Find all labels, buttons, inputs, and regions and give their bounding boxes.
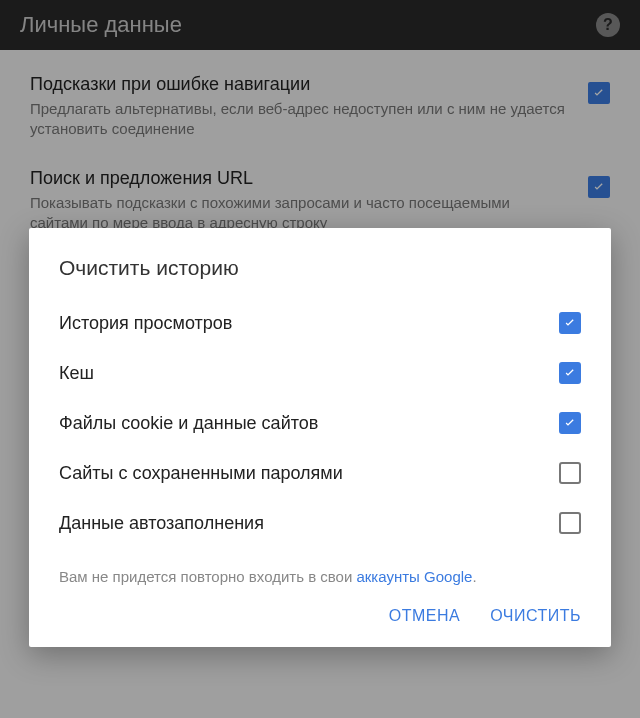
modal-overlay[interactable]: Очистить историю История просмотров Кеш … — [0, 0, 640, 718]
dialog-item-label: Файлы cookie и данные сайтов — [59, 413, 318, 434]
checkbox-unchecked-icon[interactable] — [559, 462, 581, 484]
footer-prefix: Вам не придется повторно входить в свои — [59, 568, 356, 585]
dialog-title: Очистить историю — [29, 256, 611, 298]
dialog-item-browsing-history[interactable]: История просмотров — [29, 298, 611, 348]
dialog-item-cache[interactable]: Кеш — [29, 348, 611, 398]
clear-button[interactable]: ОЧИСТИТЬ — [490, 607, 581, 625]
google-accounts-link[interactable]: аккаунты Google — [356, 568, 472, 585]
checkbox-checked-icon[interactable] — [559, 412, 581, 434]
dialog-actions: ОТМЕНА ОЧИСТИТЬ — [29, 593, 611, 635]
checkbox-unchecked-icon[interactable] — [559, 512, 581, 534]
dialog-item-label: История просмотров — [59, 313, 232, 334]
dialog-item-label: Кеш — [59, 363, 94, 384]
checkbox-checked-icon[interactable] — [559, 312, 581, 334]
dialog-footer-text: Вам не придется повторно входить в свои … — [29, 548, 611, 593]
dialog-item-label: Сайты с сохраненными паролями — [59, 463, 343, 484]
checkbox-checked-icon[interactable] — [559, 362, 581, 384]
footer-suffix: . — [472, 568, 476, 585]
dialog-item-passwords[interactable]: Сайты с сохраненными паролями — [29, 448, 611, 498]
dialog-item-label: Данные автозаполнения — [59, 513, 264, 534]
clear-history-dialog: Очистить историю История просмотров Кеш … — [29, 228, 611, 647]
cancel-button[interactable]: ОТМЕНА — [389, 607, 460, 625]
dialog-item-autofill[interactable]: Данные автозаполнения — [29, 498, 611, 548]
dialog-item-cookies[interactable]: Файлы cookie и данные сайтов — [29, 398, 611, 448]
